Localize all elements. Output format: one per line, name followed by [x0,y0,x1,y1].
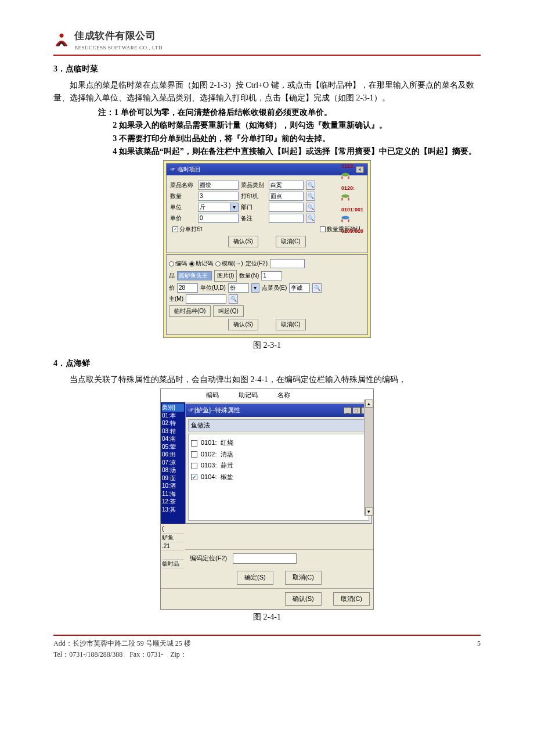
side-code: 0113: [340,161,370,171]
category-label: 菜品类别 [241,181,266,190]
price-label: 价 [169,283,175,293]
category-list: 类别] 01:本02:特 03:精04:南 05:荤06:田 07:凉08:汤 … [161,402,185,524]
group-header: 鱼做法 [188,419,369,432]
ok-button[interactable]: 确认(S) [228,319,258,330]
note-3: 3 不需要打印分单到出品处的，将『分单打印』前的勾去掉。 [113,132,481,145]
page-footer: Add：长沙市芙蓉中路二段 59 号顺天城 25 楼 Tel：0731-/188… [53,635,481,660]
table-icon [340,172,351,180]
table-icon [340,193,351,201]
section-3-body: 如果点的菜是临时菜在点菜界面（如图 2-1-3）按 Ctrl+O 键，或点击【临… [53,79,481,105]
unit-label: 单位(U,D) [200,283,226,293]
radio-code[interactable]: 编码 [169,259,187,268]
side-code: 0109:010 [340,226,370,236]
cancel-button[interactable]: 取消(C) [276,236,306,247]
ok-button[interactable]: 确认(S) [228,236,258,247]
option-0104[interactable]: ✓0104:椒盐 [191,472,366,483]
table-icon [340,215,351,223]
section-3-title: 3．点临时菜 [53,63,481,75]
figure-2-3-1-caption: 图 2-3-1 [53,339,481,352]
col-code: 编码 [206,390,219,401]
unit-label: 单位 [170,203,196,212]
radio-mnemonic[interactable]: 助记码 [189,259,213,268]
svg-rect-6 [348,198,349,201]
scrollbar[interactable]: ▴ ▾ [364,399,373,516]
chevron-down-icon[interactable]: ▾ [230,203,238,211]
option-0103[interactable]: 0103:蒜茸 [191,460,366,471]
col-mnemonic: 助记码 [239,390,258,401]
company-name-cn: 佳成软件有限公司 [74,28,163,44]
page-header: 佳成软件有限公司 BESUCCESS SOFTWARE CO., LTD [53,28,481,56]
memo-input[interactable] [186,294,226,304]
category-input[interactable]: 白案 [269,181,304,190]
search-icon[interactable]: 🔍 [306,214,315,223]
clerk-label: 点菜员(E) [262,283,287,293]
split-print-checkbox[interactable]: ✓分单打印 [172,225,203,234]
dept-label: 部门 [241,203,266,212]
svg-rect-5 [341,198,342,201]
footer-tel: Tel：0731-/188/288/388 [53,650,122,658]
maximize-icon[interactable]: □ [352,407,360,414]
dept-input[interactable] [269,203,304,212]
qty-label: 数量(N) [239,271,259,280]
minimize-icon[interactable]: _ [344,407,352,414]
svg-point-0 [60,33,64,37]
locate-input[interactable] [270,259,305,268]
scroll-up-icon[interactable]: ▴ [365,399,373,408]
memo-input[interactable] [269,214,304,223]
temp-item-button[interactable]: 临时品种(O) [169,305,211,317]
ok-button[interactable]: 确定(S) [237,571,273,585]
svg-rect-2 [341,176,342,179]
name-label: 菜品名称 [170,181,196,190]
call-button[interactable]: 叫起(Q) [213,305,243,317]
figure-2-4-1: 编码 助记码 名称 类别] 01:本02:特 03:精04:南 05:荤06:田… [160,388,374,610]
svg-rect-3 [348,176,349,179]
options-list: 0101:红烧 0102:清蒸 0103:蒜茸 ✓0104:椒盐 [188,434,369,521]
qty-input[interactable]: 3 [198,192,239,201]
printer-label: 打印机 [241,192,266,201]
temp-dialog-title: ☞ 临时项目 × [167,164,367,175]
cancel-button[interactable]: 取消(C) [276,319,306,330]
price-label: 单价 [170,214,196,223]
picture-button[interactable]: 图片(I) [214,270,237,282]
company-logo-icon [53,32,70,48]
option-0102[interactable]: 0102:清蒸 [191,449,366,460]
main-memo-label: 主(M) [169,294,183,304]
col-name: 名称 [277,390,290,401]
clerk-input[interactable]: 李诚 [289,283,310,293]
chevron-down-icon[interactable]: ▾ [251,283,259,293]
price-input[interactable]: 28 [177,283,198,293]
unit-input[interactable]: 份 [228,283,249,293]
name-input[interactable]: 圈饺 [198,181,239,190]
svg-point-4 [341,195,349,198]
option-0101[interactable]: 0101:红烧 [191,438,366,448]
search-icon[interactable]: 🔍 [306,181,315,190]
cancel-button[interactable]: 取消(C) [333,592,370,606]
search-icon[interactable]: 🔍 [312,283,322,293]
section-4-title: 4．点海鲜 [53,357,481,370]
unit-select[interactable]: 斤▾ [198,203,239,212]
footer-fax: Fax：0731- [129,650,163,658]
search-icon[interactable]: 🔍 [306,203,315,212]
svg-point-1 [341,172,349,176]
cancel-button[interactable]: 取消(C) [285,571,322,585]
search-icon[interactable]: 🔍 [229,294,238,304]
special-attr-title: [鲈鱼]--特殊属性 [194,406,240,413]
figure-2-4-1-caption: 图 2-4-1 [53,611,481,624]
qty-input[interactable]: 1 [261,271,282,280]
page-number: 5 [477,638,481,649]
svg-rect-9 [348,219,349,222]
note-1: 注：1 单价可以为零，在问清楚价格后结帐收银前必须更改单价。 [98,106,481,119]
search-icon[interactable]: 🔍 [306,192,315,201]
price-input[interactable]: 0 [198,214,239,223]
scroll-down-icon[interactable]: ▾ [365,507,373,516]
locate-label: 定位(F2) [246,259,268,268]
printer-input[interactable]: 面点 [269,192,304,201]
section-4-body: 当点取关联了特殊属性的菜品时，会自动弹出如图 2-4-1，在编码定位栏输入特殊属… [53,373,481,386]
note-4: 4 如果该菜品“叫起”，则在备注栏中直接输入【叫起】或选择【常用摘要】中已定义的… [113,145,481,158]
memo-label: 备注 [241,214,266,223]
locate-input[interactable] [233,553,297,564]
confirm-button[interactable]: 确认(S) [285,592,322,606]
footer-address: Add：长沙市芙蓉中路二段 59 号顺天城 25 楼 [53,638,191,649]
dish-field[interactable]: 酱鲈鱼头王 [177,271,212,280]
radio-fuzzy[interactable]: 模糊(→) [215,259,243,268]
